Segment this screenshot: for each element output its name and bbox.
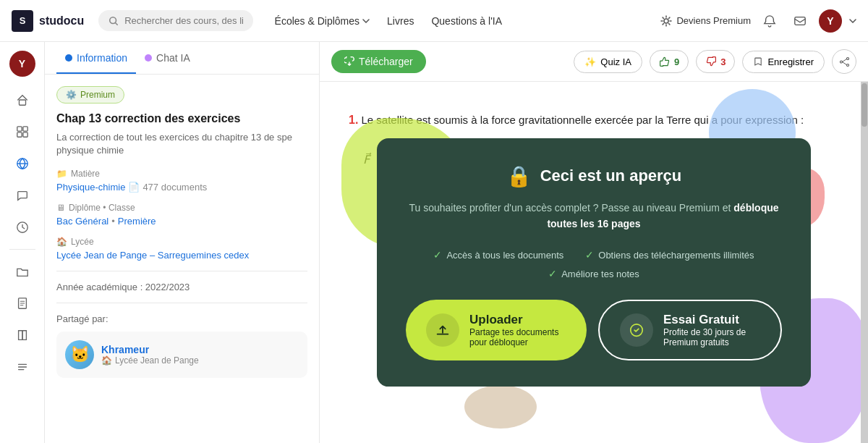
sidebar-item-globe[interactable] bbox=[8, 149, 37, 178]
school-icon: 🏠 bbox=[56, 237, 67, 247]
diplome-link1[interactable]: Bac Général bbox=[56, 216, 109, 227]
svg-rect-3 bbox=[795, 17, 805, 25]
info-panel: Information Chat IA ⚙️ Premium Chap 13 c… bbox=[45, 42, 320, 443]
upload-cta-button[interactable]: Uploader Partage tes documents pour débl… bbox=[406, 300, 587, 360]
lycee-section: 🏠 Lycée Lycée Jean de Pange – Sarreguemi… bbox=[56, 237, 307, 261]
left-sidebar: Y bbox=[0, 42, 45, 443]
trial-cta-text: Essai Gratuit Profite de 30 jours de Pre… bbox=[663, 313, 760, 347]
sidebar-avatar[interactable]: Y bbox=[9, 51, 35, 77]
svg-point-12 bbox=[846, 57, 848, 59]
main-layout: Y bbox=[0, 42, 868, 443]
doc-page: 1. Le satellite est soumis à la force gr… bbox=[320, 82, 868, 443]
diplome-section: 🖥 Diplôme • Classe Bac Général • Premièr… bbox=[56, 203, 307, 227]
user-name: Khrameur bbox=[101, 344, 199, 355]
logo-area[interactable]: S studocu bbox=[12, 10, 84, 32]
downvote-button[interactable]: 3 bbox=[696, 50, 735, 73]
nav-livres[interactable]: Livres bbox=[380, 11, 421, 31]
benefit-2: ✓ Obtiens des téléchargements illimités bbox=[585, 249, 754, 261]
content-toolbar: Télécharger ✨ Quiz IA 9 3 Enregistrer bbox=[320, 42, 868, 82]
preview-card-header: 🔒 Ceci est un aperçu bbox=[406, 164, 782, 188]
user-school: 🏠 Lycée Jean de Pange bbox=[101, 355, 199, 366]
sidebar-item-clock[interactable] bbox=[8, 213, 37, 242]
content-area: Télécharger ✨ Quiz IA 9 3 Enregistrer bbox=[320, 42, 868, 443]
sidebar-divider bbox=[9, 249, 35, 250]
monitor-icon: 🖥 bbox=[56, 203, 65, 213]
year-label: Année académique : 2022/2023 bbox=[56, 282, 307, 292]
download-button[interactable]: Télécharger bbox=[331, 50, 426, 73]
sparkle-icon: ✨ bbox=[584, 56, 596, 67]
divider-2 bbox=[56, 303, 307, 303]
thumbs-up-icon bbox=[659, 56, 671, 67]
matiere-link[interactable]: Physique-chimie bbox=[56, 182, 125, 193]
gear-icon bbox=[660, 15, 672, 27]
scrollbar[interactable] bbox=[861, 82, 868, 443]
nav-questions-ia[interactable]: Questions à l'IA bbox=[424, 11, 509, 31]
search-input[interactable] bbox=[124, 15, 242, 26]
search-icon bbox=[109, 16, 119, 26]
svg-rect-7 bbox=[17, 132, 21, 137]
chat-tab-dot bbox=[145, 54, 152, 62]
premium-button[interactable]: Deviens Premium bbox=[660, 15, 751, 27]
share-button[interactable] bbox=[832, 49, 856, 74]
sidebar-item-list[interactable] bbox=[8, 353, 37, 381]
save-button[interactable]: Enregistrer bbox=[742, 51, 825, 73]
document-viewer: 1. Le satellite est soumis à la force gr… bbox=[320, 82, 868, 443]
user-card[interactable]: 🐱 Khrameur 🏠 Lycée Jean de Pange bbox=[56, 332, 307, 378]
premium-badge: ⚙️ Premium bbox=[56, 86, 124, 104]
upvote-button[interactable]: 9 bbox=[650, 50, 689, 73]
document-icon-small: 📄 bbox=[128, 182, 140, 193]
user-avatar[interactable]: Y bbox=[819, 9, 842, 33]
sidebar-item-grid[interactable] bbox=[8, 117, 37, 146]
shared-by-label: Partagé par: bbox=[56, 313, 307, 324]
school-small-icon: 🏠 bbox=[101, 355, 112, 366]
doc-title: Chap 13 correction des exercices bbox=[56, 112, 307, 125]
brown-blob bbox=[464, 385, 537, 429]
divider-1 bbox=[56, 271, 307, 271]
top-navigation: S studocu Écoles & Diplômes Livres Quest… bbox=[0, 0, 868, 42]
lock-icon: 🔒 bbox=[506, 164, 532, 188]
sidebar-item-book[interactable] bbox=[8, 321, 37, 350]
bookmark-icon bbox=[753, 56, 763, 67]
chevron-down-icon bbox=[362, 19, 370, 23]
tab-information[interactable]: Information bbox=[56, 42, 136, 74]
quiz-button[interactable]: ✨ Quiz IA bbox=[574, 51, 642, 73]
user-info: Khrameur 🏠 Lycée Jean de Pange bbox=[101, 344, 199, 366]
matiere-value: Physique-chimie 📄 477 documents bbox=[56, 182, 307, 193]
share-icon bbox=[839, 56, 850, 67]
search-bar[interactable] bbox=[98, 10, 252, 31]
trial-icon bbox=[620, 313, 653, 347]
user-menu-chevron-icon[interactable] bbox=[849, 19, 856, 23]
sidebar-item-home[interactable] bbox=[8, 85, 37, 114]
diplome-link2[interactable]: Première bbox=[118, 216, 156, 227]
svg-rect-8 bbox=[22, 132, 27, 137]
trial-cta-button[interactable]: Essai Gratuit Profite de 30 jours de Pre… bbox=[598, 300, 782, 360]
thumbs-down-icon bbox=[705, 56, 717, 67]
upload-cta-text: Uploader Partage tes documents pour débl… bbox=[469, 313, 566, 347]
tab-chat-ia[interactable]: Chat IA bbox=[136, 42, 199, 74]
svg-rect-5 bbox=[17, 127, 21, 131]
upload-icon bbox=[426, 313, 459, 347]
notifications-button[interactable] bbox=[758, 9, 781, 33]
svg-rect-4 bbox=[19, 100, 25, 105]
preview-card: 🔒 Ceci est un aperçu Tu souhaites profit… bbox=[377, 138, 811, 387]
preview-title: Ceci est un aperçu bbox=[540, 166, 682, 185]
cloud-download-icon bbox=[344, 56, 354, 67]
nav-ecoles[interactable]: Écoles & Diplômes bbox=[268, 11, 378, 31]
lycee-link[interactable]: Lycée Jean de Pange – Sarreguemines cede… bbox=[56, 250, 307, 261]
sidebar-item-chat[interactable] bbox=[8, 181, 37, 210]
nav-links: Écoles & Diplômes Livres Questions à l'I… bbox=[268, 11, 509, 31]
panel-content: ⚙️ Premium Chap 13 correction des exerci… bbox=[45, 75, 319, 443]
scroll-thumb[interactable] bbox=[861, 83, 867, 127]
svg-point-14 bbox=[840, 61, 842, 63]
svg-point-2 bbox=[664, 19, 668, 23]
diplome-value: Bac Général • Première bbox=[56, 216, 307, 227]
benefits-list: ✓ Accès à tous les documents ✓ Obtiens d… bbox=[406, 249, 782, 279]
sidebar-item-document[interactable] bbox=[8, 289, 37, 318]
sidebar-item-folder[interactable] bbox=[8, 257, 37, 286]
messages-button[interactable] bbox=[788, 9, 812, 33]
svg-point-13 bbox=[846, 64, 848, 66]
svg-line-1 bbox=[115, 22, 117, 25]
premium-gear-icon: ⚙️ bbox=[66, 90, 77, 100]
benefit-3: ✓ Améliore tes notes bbox=[548, 268, 639, 279]
brand-name: studocu bbox=[39, 14, 84, 28]
